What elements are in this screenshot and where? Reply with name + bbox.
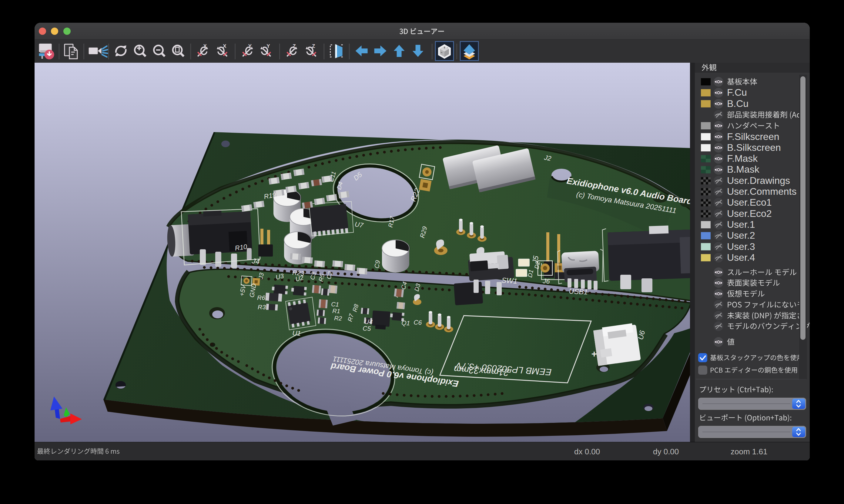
svg-text:C9: C9 xyxy=(373,259,381,269)
svg-text:R3: R3 xyxy=(258,304,266,310)
svg-text:R6: R6 xyxy=(257,294,265,301)
svg-text:B.Mask: B.Mask xyxy=(727,164,760,175)
svg-text:User.Eco2: User.Eco2 xyxy=(727,208,772,219)
svg-text:B.Cu: B.Cu xyxy=(727,98,748,109)
svg-text:X: X xyxy=(203,43,207,49)
svg-text:J2: J2 xyxy=(543,154,552,162)
svg-text:C5: C5 xyxy=(363,325,371,332)
svg-text:Y: Y xyxy=(266,43,270,49)
svg-text:U4: U4 xyxy=(364,318,373,325)
svg-text:Y: Y xyxy=(248,43,252,49)
svg-text:User.4: User.4 xyxy=(727,252,755,263)
svg-text:User.1: User.1 xyxy=(727,219,755,230)
svg-text:User.2: User.2 xyxy=(727,230,755,241)
svg-text:C1: C1 xyxy=(331,301,339,308)
svg-text:Z: Z xyxy=(312,43,315,49)
svg-text:F.Mask: F.Mask xyxy=(727,153,758,164)
svg-text:U7: U7 xyxy=(354,220,364,229)
svg-text:User.Drawings: User.Drawings xyxy=(727,175,790,186)
svg-text:J6: J6 xyxy=(542,277,551,285)
svg-text:SW1: SW1 xyxy=(501,276,518,285)
svg-text:User.Comments: User.Comments xyxy=(727,186,796,197)
svg-text:+: + xyxy=(591,348,597,359)
svg-text:R2: R2 xyxy=(334,315,342,322)
svg-text:F.Silkscreen: F.Silkscreen xyxy=(727,131,779,142)
svg-text:J3: J3 xyxy=(257,272,265,280)
svg-text:User.Eco1: User.Eco1 xyxy=(727,197,772,208)
svg-text:F.Cu: F.Cu xyxy=(727,87,747,98)
svg-text:User.3: User.3 xyxy=(727,241,755,252)
svg-text:B.Silkscreen: B.Silkscreen xyxy=(727,142,781,153)
svg-text:C6: C6 xyxy=(414,319,422,326)
svg-text:Q1: Q1 xyxy=(401,319,410,326)
svg-text:Z: Z xyxy=(293,43,296,49)
svg-text:USB1: USB1 xyxy=(569,287,588,296)
svg-text:R1: R1 xyxy=(332,307,341,314)
svg-text:J4: J4 xyxy=(251,256,260,266)
svg-text:U1: U1 xyxy=(292,329,301,337)
svg-text:X: X xyxy=(223,43,226,49)
